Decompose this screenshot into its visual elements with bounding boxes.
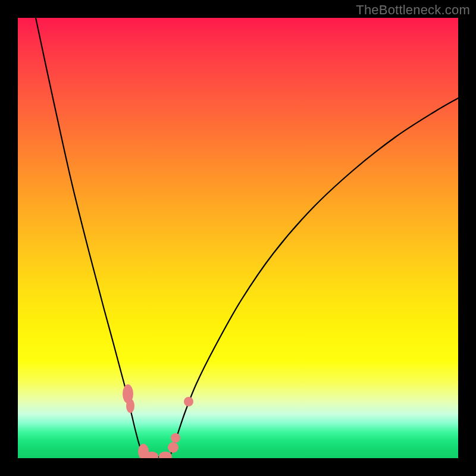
right-curve xyxy=(170,98,458,457)
chart-frame: TheBottleneck.com xyxy=(0,0,476,476)
data-marker-7 xyxy=(184,397,193,406)
data-marker-5 xyxy=(168,442,178,453)
curve-layer xyxy=(18,18,458,458)
watermark-text: TheBottleneck.com xyxy=(356,2,470,18)
data-marker-4 xyxy=(159,452,172,458)
gradient-plot-area xyxy=(18,18,458,458)
data-marker-6 xyxy=(171,433,180,443)
data-marker-1 xyxy=(126,399,134,413)
